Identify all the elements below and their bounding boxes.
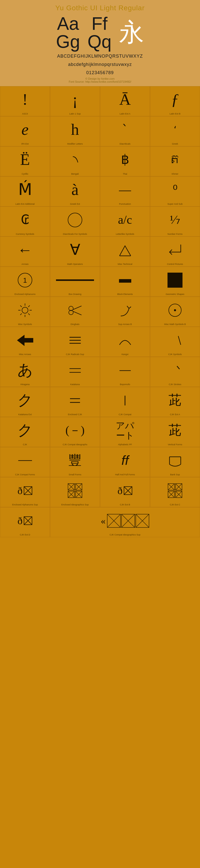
char-symbol: Ā bbox=[119, 91, 131, 107]
cell-cjk: ク CJK bbox=[0, 417, 50, 447]
cell-alphabeticpf: アパ ート Alphabetic PF bbox=[100, 417, 150, 447]
x-box-tile2 bbox=[121, 514, 135, 528]
cell-superandsub: ⁰ Super And Sub bbox=[150, 177, 200, 207]
cell-modifierletters: h Modifier Letters bbox=[50, 116, 100, 146]
char-label: Enclosed Ideographics Sup bbox=[50, 503, 100, 506]
char-symbol: ク bbox=[17, 423, 33, 438]
char-label: Latin Ext B bbox=[150, 113, 200, 115]
katakana-symbol bbox=[67, 364, 83, 377]
preview-ff: Ff bbox=[91, 14, 108, 33]
cell-miscarrows: Misc Arrows bbox=[0, 327, 50, 357]
cell-banksup: Bank Sup bbox=[150, 447, 200, 477]
bopomofo-symbol bbox=[117, 364, 133, 377]
char-symbol: ត bbox=[168, 153, 182, 166]
kangxi-symbol bbox=[117, 334, 133, 347]
cell-cjkcompatideographicssup: « CJK Compat Ideographics Sup bbox=[50, 507, 200, 537]
char-symbol: ⁰ bbox=[173, 184, 177, 196]
char-label: Alphabetic PF bbox=[100, 443, 150, 446]
enclosed-ideographics-symbol bbox=[68, 483, 82, 498]
x-box-tile1 bbox=[107, 514, 121, 528]
cell-enclosedideographicssup: Enclosed Ideographics Sup bbox=[50, 477, 100, 507]
char-symbol: h bbox=[71, 122, 79, 137]
svg-rect-21 bbox=[25, 338, 33, 343]
char-symbol: ! bbox=[22, 91, 28, 107]
svg-line-17 bbox=[73, 311, 81, 315]
cell-ipaext: e IPA Ext bbox=[0, 116, 50, 146]
char-symbol: ฿ bbox=[121, 153, 129, 166]
char-symbol: ← bbox=[17, 242, 33, 257]
cjk-strokes-symbol bbox=[167, 364, 183, 377]
font-preview-large: Aa Gg Ff Qq 永 bbox=[5, 14, 195, 51]
preview-gg: Gg bbox=[56, 33, 80, 51]
cell-punctuation: — Punctuation bbox=[100, 177, 150, 207]
cell-blockelements: Block Elements bbox=[100, 267, 150, 297]
char-label: IPA Ext bbox=[0, 143, 50, 145]
char-label: Geometric Shapes bbox=[150, 293, 200, 296]
svg-line-12 bbox=[28, 306, 30, 307]
char-symbol: ¹⁄₇ bbox=[170, 214, 180, 226]
char-label: Math Operators bbox=[50, 263, 100, 266]
cell-controlpictures: Control Pictures bbox=[150, 237, 200, 267]
svg-point-0 bbox=[68, 213, 82, 227]
cell-letterlikesymbols: a/c Letterlike Symbols bbox=[100, 207, 150, 237]
circle-symbol bbox=[66, 211, 84, 229]
svg-point-5 bbox=[22, 307, 28, 313]
cell-misctechnical: Misc Technical bbox=[100, 237, 150, 267]
cell-cjkcompatforms: CJK Compat Forms bbox=[0, 447, 50, 477]
cell-katakana: Katakana bbox=[50, 357, 100, 387]
cell-miscmathsymbolsb: Misc Math Symbols B bbox=[150, 297, 200, 327]
svg-line-25 bbox=[178, 336, 181, 345]
char-symbol: ff bbox=[121, 454, 129, 467]
cell-numberforms: ¹⁄₇ Number Forms bbox=[150, 207, 200, 237]
svg-marker-20 bbox=[17, 335, 25, 346]
char-label: Hiragana bbox=[0, 383, 50, 386]
char-label: Katakana bbox=[50, 383, 100, 386]
cell-ascii: ! ASCII bbox=[0, 86, 50, 116]
svg-point-19 bbox=[174, 309, 176, 311]
block-elements-symbol bbox=[117, 272, 133, 288]
char-label: Letterlike Symbols bbox=[100, 233, 150, 236]
box-drawing-line bbox=[56, 279, 94, 281]
alphabet-lower: abcdefghijklmnopqrstuvwxyz bbox=[5, 61, 195, 68]
char-label: CJK Compat Ideographs bbox=[50, 443, 100, 446]
x-box-cjkextd bbox=[24, 516, 33, 525]
control-pictures-symbol bbox=[167, 242, 183, 258]
char-label: Misc Symbols bbox=[0, 323, 50, 326]
cell-halfandfullforms: ff Half And Full Forms bbox=[100, 447, 150, 477]
char-label: Sup Arrows B bbox=[100, 323, 150, 326]
char-label: Enclosed CJK bbox=[50, 413, 100, 416]
cell-arrows: ← Arrows bbox=[0, 237, 50, 267]
char-symbol: ৲ bbox=[73, 154, 78, 166]
cell-cjkexta: 茈 CJK Ext A bbox=[150, 387, 200, 417]
char-label: Latin Ext Additional bbox=[0, 203, 50, 206]
preview-aa: Aa bbox=[57, 14, 79, 33]
char-symbol: Ḿ bbox=[18, 182, 32, 198]
cell-greek: ʻ Greek bbox=[150, 116, 200, 146]
char-symbol: a/c bbox=[118, 214, 132, 226]
svg-line-29 bbox=[177, 366, 179, 369]
sup-arrows-b-symbol bbox=[117, 302, 133, 318]
char-label: Bopomofo bbox=[100, 383, 150, 386]
char-label: CJK Ext C bbox=[150, 503, 200, 506]
char-label: Punctuation bbox=[100, 203, 150, 206]
char-label: Misc Technical bbox=[100, 263, 150, 266]
char-label: ASCII bbox=[0, 113, 50, 115]
cjk-compat-forms-symbol bbox=[17, 457, 33, 464]
char-label: Misc Math Symbols B bbox=[150, 323, 200, 326]
enclosed-cjk-symbol bbox=[67, 394, 83, 407]
enclosed-alphanum-symbol: 1 bbox=[17, 272, 33, 288]
cell-cjkradicalssup: CJK Radicals Sup bbox=[50, 327, 100, 357]
char-label: Super And Sub bbox=[150, 203, 200, 206]
cell-bopomofo: Bopomofo bbox=[100, 357, 150, 387]
char-label: Bengali bbox=[50, 173, 100, 176]
header: Yu Gothic UI Light Regular Aa Gg Ff Qq 永… bbox=[0, 0, 200, 86]
char-label: CJK Strokes bbox=[150, 383, 200, 386]
cell-cjkextd: ð CJK Ext D bbox=[0, 507, 50, 537]
preview-cjk: 永 bbox=[119, 20, 144, 45]
char-label: CJK Ext B bbox=[100, 503, 150, 506]
char-symbol: ₢ bbox=[21, 213, 29, 226]
char-symbol: à bbox=[72, 182, 79, 198]
char-label: Currency Symbols bbox=[0, 233, 50, 236]
cell-cjksymbols: CJK Symbols bbox=[150, 327, 200, 357]
cell-greekext: à Greek Ext bbox=[50, 177, 100, 207]
